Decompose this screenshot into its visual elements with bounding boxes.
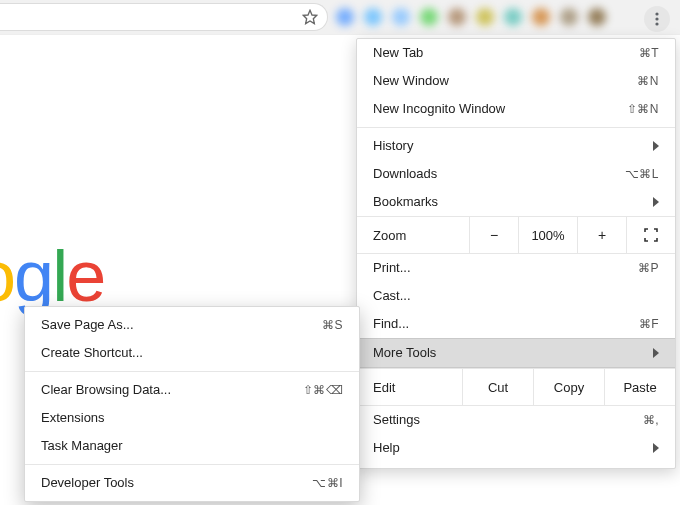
menu-label: Edit [357, 369, 462, 405]
zoom-in-button[interactable]: + [577, 217, 626, 253]
menu-shortcut: ⌘S [322, 318, 343, 332]
menu-shortcut: ⇧⌘N [627, 102, 659, 116]
submenu-item-task-manager[interactable]: Task Manager [25, 432, 359, 460]
menu-separator [25, 371, 359, 372]
edit-paste-button[interactable]: Paste [604, 369, 675, 405]
bookmark-star-icon[interactable] [301, 8, 319, 26]
menu-item-bookmarks[interactable]: Bookmarks [357, 188, 675, 216]
menu-label: Downloads [373, 167, 625, 181]
menu-shortcut: ⌘P [638, 261, 659, 275]
menu-item-new-window[interactable]: New Window ⌘N [357, 67, 675, 95]
browser-toolbar [0, 0, 680, 35]
submenu-item-devtools[interactable]: Developer Tools ⌥⌘I [25, 469, 359, 497]
extension-icon[interactable] [364, 8, 382, 26]
svg-marker-0 [303, 10, 316, 23]
menu-label: Task Manager [41, 439, 343, 453]
main-menu: New Tab ⌘T New Window ⌘N New Incognito W… [356, 38, 676, 469]
extension-icon[interactable] [560, 8, 578, 26]
menu-shortcut: ⌘F [639, 317, 659, 331]
extension-icon[interactable] [392, 8, 410, 26]
submenu-item-create-shortcut[interactable]: Create Shortcut... [25, 339, 359, 367]
fullscreen-button[interactable] [626, 217, 675, 253]
submenu-item-extensions[interactable]: Extensions [25, 404, 359, 432]
menu-shortcut: ⌘, [643, 413, 659, 427]
extension-icon[interactable] [476, 8, 494, 26]
zoom-out-button[interactable]: − [469, 217, 518, 253]
svg-point-3 [655, 22, 658, 25]
menu-label: Settings [373, 413, 643, 427]
submenu-item-save-page[interactable]: Save Page As... ⌘S [25, 311, 359, 339]
extension-icon[interactable] [448, 8, 466, 26]
extension-icon[interactable] [420, 8, 438, 26]
menu-shortcut: ⌘N [637, 74, 659, 88]
chevron-right-icon [653, 443, 659, 453]
chevron-right-icon [653, 348, 659, 358]
menu-item-print[interactable]: Print... ⌘P [357, 254, 675, 282]
submenu-item-clear-data[interactable]: Clear Browsing Data... ⇧⌘⌫ [25, 376, 359, 404]
menu-label: Bookmarks [373, 195, 653, 209]
menu-label: New Tab [373, 46, 639, 60]
menu-kebab-icon[interactable] [644, 6, 670, 32]
edit-copy-button[interactable]: Copy [533, 369, 604, 405]
extension-icon[interactable] [504, 8, 522, 26]
edit-cut-button[interactable]: Cut [462, 369, 533, 405]
more-tools-submenu: Save Page As... ⌘S Create Shortcut... Cl… [24, 306, 360, 502]
menu-separator [357, 127, 675, 128]
menu-row-zoom: Zoom − 100% + [357, 216, 675, 254]
extension-icon[interactable] [588, 8, 606, 26]
menu-item-settings[interactable]: Settings ⌘, [357, 406, 675, 434]
menu-item-help[interactable]: Help [357, 434, 675, 462]
google-logo: oogle [0, 235, 104, 317]
menu-label: Clear Browsing Data... [41, 383, 303, 397]
menu-item-more-tools[interactable]: More Tools [357, 338, 675, 368]
menu-label: More Tools [373, 346, 653, 360]
menu-row-edit: Edit Cut Copy Paste [357, 368, 675, 406]
omnibox[interactable] [0, 3, 328, 31]
chevron-right-icon [653, 197, 659, 207]
menu-label: Zoom [357, 217, 469, 253]
chevron-right-icon [653, 141, 659, 151]
menu-label: New Window [373, 74, 637, 88]
extension-icon[interactable] [532, 8, 550, 26]
menu-label: Developer Tools [41, 476, 312, 490]
menu-shortcut: ⌥⌘L [625, 167, 659, 181]
menu-separator [25, 464, 359, 465]
menu-label: Cast... [373, 289, 659, 303]
menu-label: History [373, 139, 653, 153]
menu-label: Print... [373, 261, 638, 275]
menu-item-history[interactable]: History [357, 132, 675, 160]
extension-icon[interactable] [336, 8, 354, 26]
menu-item-new-incognito[interactable]: New Incognito Window ⇧⌘N [357, 95, 675, 123]
svg-point-2 [655, 17, 658, 20]
zoom-level: 100% [518, 217, 577, 253]
menu-item-downloads[interactable]: Downloads ⌥⌘L [357, 160, 675, 188]
menu-item-cast[interactable]: Cast... [357, 282, 675, 310]
menu-item-find[interactable]: Find... ⌘F [357, 310, 675, 338]
menu-label: Extensions [41, 411, 343, 425]
menu-item-new-tab[interactable]: New Tab ⌘T [357, 39, 675, 67]
menu-shortcut: ⌥⌘I [312, 476, 343, 490]
menu-label: Save Page As... [41, 318, 322, 332]
menu-label: Help [373, 441, 653, 455]
menu-shortcut: ⇧⌘⌫ [303, 383, 344, 397]
menu-label: Find... [373, 317, 639, 331]
menu-label: Create Shortcut... [41, 346, 343, 360]
menu-label: New Incognito Window [373, 102, 627, 116]
menu-shortcut: ⌘T [639, 46, 659, 60]
extension-icons-row [336, 6, 636, 28]
svg-point-1 [655, 12, 658, 15]
